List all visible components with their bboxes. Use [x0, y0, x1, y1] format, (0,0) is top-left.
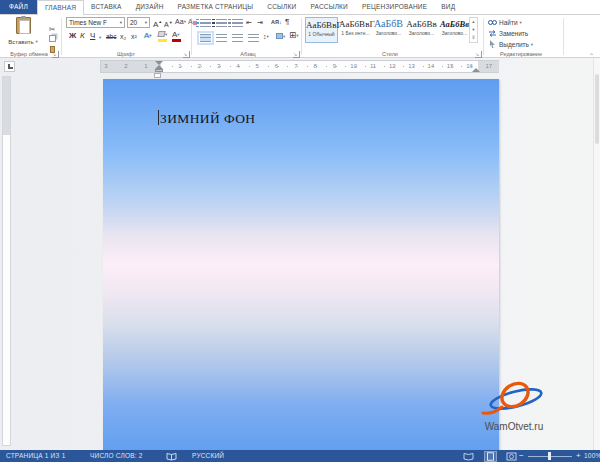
- text-effects-button[interactable]: А▾: [144, 31, 152, 41]
- ruler-number: 13: [408, 63, 415, 69]
- ruler-number: 17: [485, 63, 492, 69]
- format-painter-button[interactable]: [45, 39, 59, 49]
- font-name-combo[interactable]: Times New F▾: [66, 17, 125, 28]
- zoom-slider-thumb[interactable]: [548, 452, 551, 460]
- multilevel-list-button[interactable]: [232, 19, 243, 27]
- right-indent-marker[interactable]: [472, 68, 480, 72]
- ruler-number: 14: [428, 63, 435, 69]
- document-page[interactable]: ЗИМНИЙ ФОН: [103, 79, 499, 450]
- style-normal[interactable]: АаБбВвГ 1 Обычный: [305, 17, 338, 43]
- tab-home[interactable]: ГЛАВНАЯ: [37, 0, 84, 15]
- status-bar: СТРАНИЦА 1 ИЗ 1 ЧИСЛО СЛОВ: 2 РУССКИЙ − …: [0, 450, 600, 462]
- styles-group-label: Стили: [360, 51, 420, 57]
- underline-dropdown[interactable]: ▾: [99, 35, 101, 40]
- read-mode-button[interactable]: [463, 452, 474, 461]
- show-marks-button[interactable]: ¶: [285, 17, 289, 26]
- justify-button[interactable]: [248, 34, 259, 42]
- find-button[interactable]: Найти ▾: [488, 18, 522, 27]
- font-color-button[interactable]: А▾: [172, 30, 180, 40]
- font-size-combo[interactable]: 20▾: [127, 17, 150, 28]
- group-divider: [301, 18, 302, 55]
- style-no-spacing[interactable]: АаБбВвГ 1 Без инте...: [339, 17, 372, 43]
- zoom-in-button[interactable]: +: [576, 450, 581, 461]
- replace-button[interactable]: Заменить: [488, 29, 528, 38]
- select-icon: [488, 40, 497, 48]
- proofing-status-icon[interactable]: [166, 452, 177, 462]
- style-preview: АаБбВ: [372, 18, 405, 30]
- shading-button[interactable]: ▾: [276, 32, 285, 41]
- watermark: WamOtvet.ru: [472, 380, 556, 432]
- word-count-status[interactable]: ЧИСЛО СЛОВ: 2: [90, 450, 143, 462]
- styles-gallery-scroll[interactable]: ▴▾⊽: [469, 17, 478, 43]
- print-layout-button[interactable]: [485, 452, 496, 461]
- tab-layout[interactable]: РАЗМЕТКА СТРАНИЦЫ: [171, 0, 261, 14]
- horizontal-ruler[interactable]: 3211234567891011121314151617: [100, 60, 499, 73]
- indent-handle[interactable]: [154, 73, 161, 78]
- tab-stop-icon: [8, 64, 13, 69]
- tab-view[interactable]: ВИД: [434, 0, 462, 14]
- paste-button[interactable]: Вставить ▾: [4, 17, 42, 50]
- underline-button[interactable]: Ч: [90, 31, 95, 41]
- subscript-button[interactable]: х₂: [120, 32, 126, 42]
- tab-design[interactable]: ДИЗАЙН: [129, 0, 171, 14]
- style-heading1[interactable]: АаБбВ Заголово...: [372, 17, 405, 43]
- ruler-number: 9: [333, 63, 336, 69]
- strikethrough-button[interactable]: abc: [106, 32, 116, 42]
- numbering-icon: [212, 19, 215, 27]
- sort-button[interactable]: АЯ↓: [271, 18, 282, 27]
- numbering-button[interactable]: [216, 19, 227, 27]
- vruler-margin: [3, 77, 10, 135]
- line-spacing-button[interactable]: ↕▾: [263, 32, 269, 41]
- ruler-number: 4: [236, 63, 239, 69]
- zoom-level[interactable]: 100%: [584, 450, 600, 462]
- clipboard-dialog-launcher[interactable]: ↘: [52, 51, 59, 58]
- style-preview: АаБбВвГ: [306, 19, 337, 31]
- superscript-button[interactable]: х²: [131, 32, 137, 42]
- tab-file[interactable]: ФАЙЛ: [0, 0, 37, 14]
- style-heading2[interactable]: АаБбВв Заголово...: [405, 17, 438, 43]
- style-title[interactable]: АаБбВв Заголово...: [438, 17, 471, 43]
- tab-references[interactable]: ССЫЛКИ: [260, 0, 303, 14]
- document-text[interactable]: ЗИМНИЙ ФОН: [160, 111, 255, 127]
- style-preview: АаБбВв: [405, 18, 438, 30]
- cut-button[interactable]: ✂: [45, 18, 59, 28]
- vertical-scrollbar[interactable]: [593, 58, 600, 450]
- copy-button[interactable]: [45, 28, 59, 38]
- align-right-button[interactable]: [232, 34, 243, 42]
- ruler-number: 15: [447, 63, 454, 69]
- font-dialog-launcher[interactable]: ↘: [183, 51, 190, 58]
- tab-mailings[interactable]: РАССЫЛКИ: [303, 0, 355, 14]
- tab-review[interactable]: РЕЦЕНЗИРОВАНИЕ: [355, 0, 434, 14]
- align-center-button[interactable]: [216, 34, 227, 42]
- ruler-number: 16: [466, 63, 473, 69]
- increase-indent-button[interactable]: ⇥: [257, 18, 263, 27]
- web-layout-button[interactable]: [506, 452, 517, 461]
- highlight-color-button[interactable]: ▾: [158, 30, 167, 40]
- tab-insert[interactable]: ВСТАВКА: [84, 0, 129, 14]
- italic-button[interactable]: К: [80, 31, 85, 41]
- grow-font-button[interactable]: А▲: [153, 17, 162, 30]
- decrease-indent-button[interactable]: ⇤: [246, 18, 252, 27]
- page-count-status[interactable]: СТРАНИЦА 1 ИЗ 1: [6, 450, 65, 462]
- styles-dialog-launcher[interactable]: ↘: [475, 51, 482, 58]
- tab-selector[interactable]: [4, 61, 15, 72]
- left-indent-marker[interactable]: [155, 69, 163, 72]
- zoom-out-button[interactable]: −: [519, 450, 524, 461]
- change-case-button[interactable]: Аа▾: [175, 17, 186, 27]
- style-name: Заголово...: [438, 30, 471, 36]
- borders-button[interactable]: ⊞▾: [289, 31, 298, 40]
- collapse-ribbon-button[interactable]: ⌃: [589, 52, 594, 59]
- align-left-button[interactable]: [200, 34, 211, 42]
- clipboard-group-label: Буфер обмена: [0, 51, 58, 57]
- shrink-font-button[interactable]: А▼: [164, 18, 173, 30]
- text-cursor: [158, 110, 159, 125]
- language-status[interactable]: РУССКИЙ: [192, 450, 224, 462]
- ruler-number: 1: [178, 63, 181, 69]
- select-button[interactable]: Выделить ▾: [488, 40, 533, 49]
- shading-icon: [276, 33, 283, 39]
- bold-button[interactable]: Ж: [69, 31, 76, 41]
- scrollbar-thumb[interactable]: [595, 74, 599, 144]
- vertical-ruler[interactable]: [2, 76, 11, 446]
- bullets-button[interactable]: [200, 19, 211, 27]
- paragraph-dialog-launcher[interactable]: ↘: [293, 51, 300, 58]
